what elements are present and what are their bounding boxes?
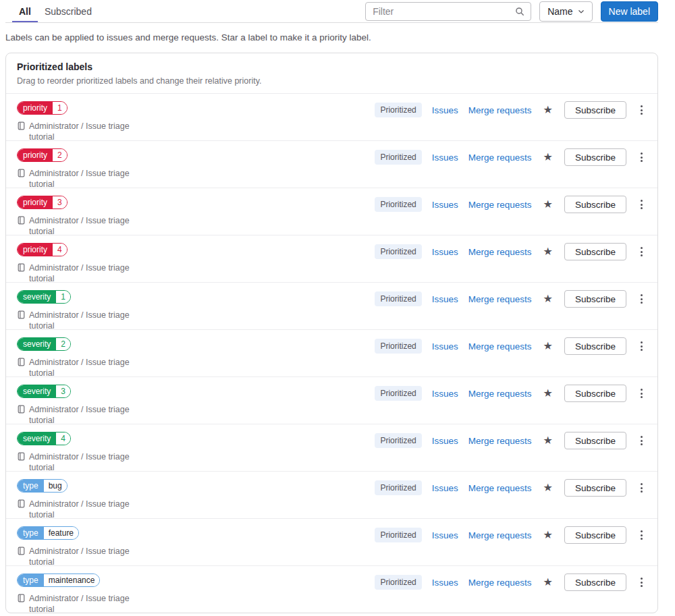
star-icon[interactable]: ★ xyxy=(542,435,554,446)
project-path[interactable]: Administrator / Issue triage tutorial xyxy=(29,358,130,378)
project-icon xyxy=(17,547,26,558)
project-path[interactable]: Administrator / Issue triage tutorial xyxy=(29,121,130,142)
project-path[interactable]: Administrator / Issue triage tutorial xyxy=(29,216,130,236)
label-scope: severity xyxy=(18,291,56,303)
issues-link[interactable]: Issues xyxy=(432,483,458,493)
scoped-label[interactable]: severity 1 xyxy=(17,290,71,304)
kebab-menu-icon[interactable] xyxy=(637,151,647,163)
search-icon[interactable] xyxy=(515,7,531,16)
scoped-label[interactable]: priority 4 xyxy=(17,243,68,256)
project-path[interactable]: Administrator / Issue triage tutorial xyxy=(29,310,130,331)
issues-link[interactable]: Issues xyxy=(432,294,458,304)
subscribe-button[interactable]: Subscribe xyxy=(564,432,626,449)
star-icon[interactable]: ★ xyxy=(542,341,554,352)
project-path[interactable]: Administrator / Issue triage tutorial xyxy=(29,452,130,472)
merge-requests-link[interactable]: Merge requests xyxy=(468,105,532,115)
project-path[interactable]: Administrator / Issue triage tutorial xyxy=(29,263,130,283)
subscribe-button[interactable]: Subscribe xyxy=(564,337,626,355)
issues-link[interactable]: Issues xyxy=(432,436,458,446)
labels-topbar: All Subscribed Name New lab xyxy=(5,0,658,23)
project-path[interactable]: Administrator / Issue triage tutorial xyxy=(29,594,130,613)
scoped-label[interactable]: severity 4 xyxy=(17,432,71,445)
issues-link[interactable]: Issues xyxy=(432,530,458,540)
tab-all[interactable]: All xyxy=(12,0,38,22)
scoped-label[interactable]: severity 3 xyxy=(17,385,71,398)
star-icon[interactable]: ★ xyxy=(542,577,554,588)
merge-requests-link[interactable]: Merge requests xyxy=(468,530,532,540)
project-path[interactable]: Administrator / Issue triage tutorial xyxy=(29,405,130,425)
star-icon[interactable]: ★ xyxy=(542,246,554,257)
label-scope: priority xyxy=(18,244,53,256)
issues-link[interactable]: Issues xyxy=(432,152,458,163)
subscribe-button[interactable]: Subscribe xyxy=(564,385,626,402)
project-path-line: Administrator / Issue triage tutorial xyxy=(17,215,146,237)
subscribe-button[interactable]: Subscribe xyxy=(564,196,626,213)
scoped-label[interactable]: type bug xyxy=(17,479,68,493)
project-icon xyxy=(17,405,26,416)
merge-requests-link[interactable]: Merge requests xyxy=(468,294,532,304)
issues-link[interactable]: Issues xyxy=(432,105,458,115)
subscribe-button[interactable]: Subscribe xyxy=(564,526,626,544)
star-icon[interactable]: ★ xyxy=(542,388,554,399)
scoped-label[interactable]: priority 1 xyxy=(17,101,68,115)
kebab-menu-icon[interactable] xyxy=(637,293,647,305)
tab-subscribed[interactable]: Subscribed xyxy=(38,0,99,22)
kebab-menu-icon[interactable] xyxy=(637,387,647,399)
scoped-label[interactable]: severity 2 xyxy=(17,337,71,351)
merge-requests-link[interactable]: Merge requests xyxy=(468,200,532,210)
star-icon[interactable]: ★ xyxy=(542,105,554,115)
prioritized-badge: Prioritized xyxy=(375,528,421,542)
merge-requests-link[interactable]: Merge requests xyxy=(468,578,532,588)
star-icon[interactable]: ★ xyxy=(542,199,554,210)
issues-link[interactable]: Issues xyxy=(432,578,458,588)
project-path[interactable]: Administrator / Issue triage tutorial xyxy=(29,547,130,567)
subscribe-button[interactable]: Subscribe xyxy=(564,479,626,497)
scoped-label[interactable]: priority 3 xyxy=(17,196,68,209)
scoped-label[interactable]: priority 2 xyxy=(17,148,68,162)
merge-requests-link[interactable]: Merge requests xyxy=(468,341,532,352)
issues-link[interactable]: Issues xyxy=(432,389,458,399)
star-icon[interactable]: ★ xyxy=(542,482,554,493)
kebab-menu-icon[interactable] xyxy=(637,246,647,258)
merge-requests-link[interactable]: Merge requests xyxy=(468,247,532,257)
project-path[interactable]: Administrator / Issue triage tutorial xyxy=(29,169,130,189)
label-info: priority 1 Administrator / Issue triage … xyxy=(17,101,146,142)
subscribe-button[interactable]: Subscribe xyxy=(564,290,626,308)
scoped-label[interactable]: type maintenance xyxy=(17,573,100,587)
sort-dropdown[interactable]: Name xyxy=(539,1,592,22)
merge-requests-link[interactable]: Merge requests xyxy=(468,436,532,446)
kebab-menu-icon[interactable] xyxy=(637,482,647,494)
project-path[interactable]: Administrator / Issue triage tutorial xyxy=(29,499,130,520)
label-key: 4 xyxy=(53,244,67,256)
kebab-menu-icon[interactable] xyxy=(637,576,647,588)
prioritized-badge: Prioritized xyxy=(375,150,421,165)
subscribe-button[interactable]: Subscribe xyxy=(564,573,626,591)
new-label-button[interactable]: New label xyxy=(601,1,658,22)
filter-input[interactable] xyxy=(366,6,515,17)
kebab-menu-icon[interactable] xyxy=(637,198,647,211)
star-icon[interactable]: ★ xyxy=(542,152,554,163)
issues-link[interactable]: Issues xyxy=(432,341,458,352)
kebab-menu-icon[interactable] xyxy=(637,104,647,116)
subscribe-button[interactable]: Subscribe xyxy=(564,101,626,119)
filter-field[interactable] xyxy=(365,2,531,21)
issues-link[interactable]: Issues xyxy=(432,200,458,210)
subscribe-button[interactable]: Subscribe xyxy=(564,148,626,166)
sort-dropdown-label: Name xyxy=(547,6,572,17)
issues-link[interactable]: Issues xyxy=(432,247,458,257)
label-row: priority 2 Administrator / Issue triage … xyxy=(6,140,657,188)
merge-requests-link[interactable]: Merge requests xyxy=(468,389,532,399)
merge-requests-link[interactable]: Merge requests xyxy=(468,152,532,163)
star-icon[interactable]: ★ xyxy=(542,293,554,304)
label-scope: priority xyxy=(18,196,53,208)
scoped-label[interactable]: type feature xyxy=(17,526,79,540)
star-icon[interactable]: ★ xyxy=(542,530,554,540)
kebab-menu-icon[interactable] xyxy=(637,435,647,447)
kebab-menu-icon[interactable] xyxy=(637,340,647,352)
merge-requests-link[interactable]: Merge requests xyxy=(468,483,532,493)
card-subtitle: Drag to reorder prioritized labels and c… xyxy=(17,76,647,86)
kebab-menu-icon[interactable] xyxy=(637,529,647,541)
prioritized-badge: Prioritized xyxy=(375,197,421,212)
label-info: type maintenance Administrator / Issue t… xyxy=(17,573,146,613)
subscribe-button[interactable]: Subscribe xyxy=(564,243,626,260)
